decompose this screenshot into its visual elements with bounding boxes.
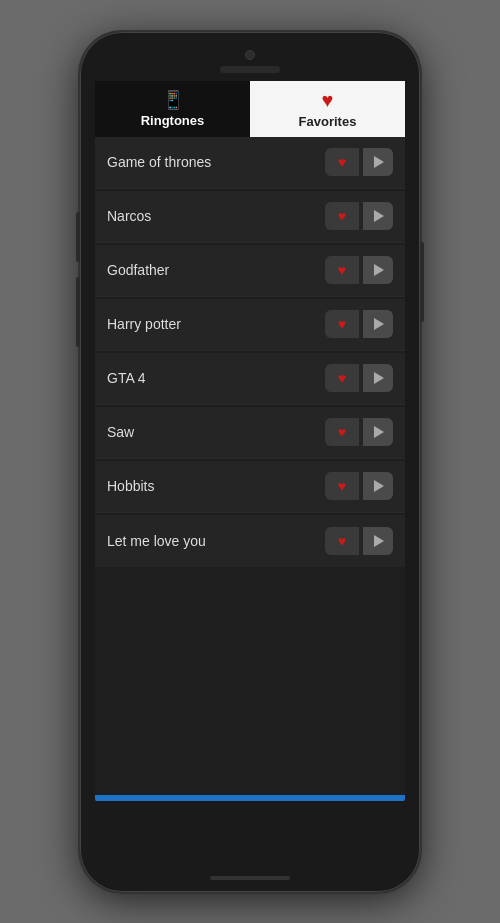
- play-button[interactable]: [363, 364, 393, 392]
- song-name: Saw: [107, 424, 325, 440]
- song-name: Let me love you: [107, 533, 325, 549]
- play-button[interactable]: [363, 202, 393, 230]
- camera-lens: [245, 50, 255, 60]
- song-item: Let me love you♥: [95, 515, 405, 567]
- side-button-power: [420, 242, 424, 322]
- phone-device: 📱 Ringtones ♥ Favorites Game of thrones♥…: [80, 32, 420, 892]
- heart-icon: ♥: [338, 370, 346, 386]
- play-icon: [374, 318, 384, 330]
- song-actions: ♥: [325, 148, 393, 176]
- favorites-heart-icon: ♥: [322, 89, 334, 112]
- favorite-button[interactable]: ♥: [325, 148, 359, 176]
- song-item: Saw♥: [95, 407, 405, 459]
- play-icon: [374, 264, 384, 276]
- play-button[interactable]: [363, 256, 393, 284]
- heart-icon: ♥: [338, 208, 346, 224]
- play-icon: [374, 535, 384, 547]
- song-item: Game of thrones♥: [95, 137, 405, 189]
- song-name: Godfather: [107, 262, 325, 278]
- tab-favorites-label: Favorites: [299, 114, 357, 129]
- song-actions: ♥: [325, 418, 393, 446]
- play-icon: [374, 372, 384, 384]
- song-actions: ♥: [325, 256, 393, 284]
- home-indicator[interactable]: [210, 876, 290, 880]
- play-button[interactable]: [363, 148, 393, 176]
- favorite-button[interactable]: ♥: [325, 418, 359, 446]
- heart-icon: ♥: [338, 533, 346, 549]
- song-item: Godfather♥: [95, 245, 405, 297]
- song-name: GTA 4: [107, 370, 325, 386]
- song-item: Harry potter♥: [95, 299, 405, 351]
- song-actions: ♥: [325, 364, 393, 392]
- favorite-button[interactable]: ♥: [325, 202, 359, 230]
- heart-icon: ♥: [338, 262, 346, 278]
- favorite-button[interactable]: ♥: [325, 364, 359, 392]
- song-actions: ♥: [325, 310, 393, 338]
- song-list: Game of thrones♥Narcos♥Godfather♥Harry p…: [95, 137, 405, 791]
- song-name: Harry potter: [107, 316, 325, 332]
- song-actions: ♥: [325, 472, 393, 500]
- song-item: Hobbits♥: [95, 461, 405, 513]
- phone-screen: 📱 Ringtones ♥ Favorites Game of thrones♥…: [95, 81, 405, 801]
- song-name: Game of thrones: [107, 154, 325, 170]
- favorite-button[interactable]: ♥: [325, 527, 359, 555]
- play-button[interactable]: [363, 472, 393, 500]
- heart-icon: ♥: [338, 478, 346, 494]
- song-name: Hobbits: [107, 478, 325, 494]
- speaker-grille: [220, 66, 280, 73]
- favorite-button[interactable]: ♥: [325, 472, 359, 500]
- tab-ringtones[interactable]: 📱 Ringtones: [95, 81, 250, 137]
- side-button-volume: [76, 277, 80, 347]
- tab-bar: 📱 Ringtones ♥ Favorites: [95, 81, 405, 137]
- song-item: GTA 4♥: [95, 353, 405, 405]
- tab-favorites[interactable]: ♥ Favorites: [250, 81, 405, 137]
- favorite-button[interactable]: ♥: [325, 310, 359, 338]
- play-button[interactable]: [363, 527, 393, 555]
- play-button[interactable]: [363, 418, 393, 446]
- play-button[interactable]: [363, 310, 393, 338]
- play-icon: [374, 156, 384, 168]
- song-actions: ♥: [325, 527, 393, 555]
- song-actions: ♥: [325, 202, 393, 230]
- phone-top-bar: [80, 32, 420, 73]
- heart-icon: ♥: [338, 154, 346, 170]
- bottom-accent-bar: [95, 795, 405, 801]
- favorite-button[interactable]: ♥: [325, 256, 359, 284]
- tab-ringtones-label: Ringtones: [141, 113, 205, 128]
- ringtones-icon: 📱: [162, 89, 184, 111]
- heart-icon: ♥: [338, 316, 346, 332]
- heart-icon: ♥: [338, 424, 346, 440]
- song-item: Narcos♥: [95, 191, 405, 243]
- phone-bottom-area: [210, 801, 290, 892]
- side-button-mute: [76, 212, 80, 262]
- play-icon: [374, 480, 384, 492]
- play-icon: [374, 426, 384, 438]
- song-name: Narcos: [107, 208, 325, 224]
- play-icon: [374, 210, 384, 222]
